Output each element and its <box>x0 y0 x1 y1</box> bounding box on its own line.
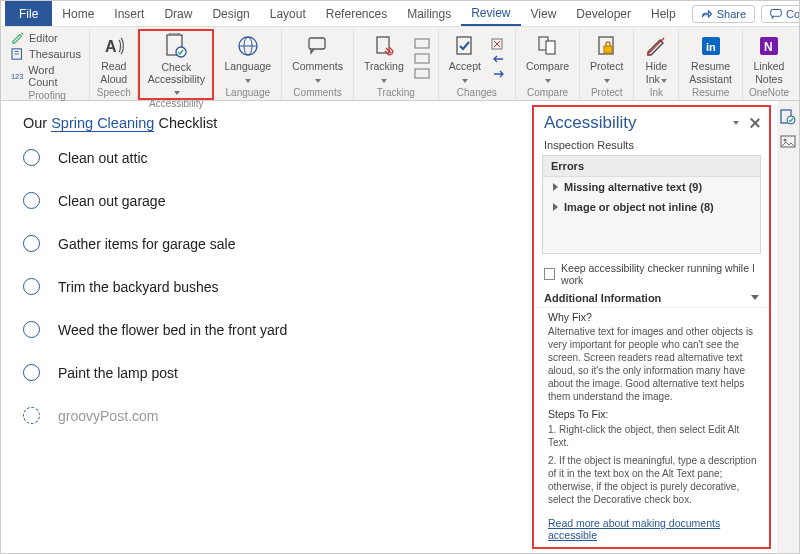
group-speech: A Read Aloud Speech <box>90 29 138 100</box>
onenote-icon: N <box>757 34 781 58</box>
checkbox-circle-icon[interactable] <box>23 278 40 295</box>
checkbox-circle-icon[interactable] <box>23 364 40 381</box>
group-comments: Comments Comments <box>282 29 354 100</box>
tab-references[interactable]: References <box>316 3 397 25</box>
tracking-icon <box>372 34 396 58</box>
chevron-down-icon <box>604 79 610 83</box>
read-more-link[interactable]: Read more about making documents accessi… <box>534 515 769 547</box>
accessibility-pane: Accessibility Inspection Results Errors … <box>532 105 771 549</box>
reject-icon[interactable] <box>491 38 509 50</box>
previous-change-icon[interactable] <box>491 53 509 65</box>
protect-button[interactable]: Protect <box>586 32 627 84</box>
checkbox-circle-icon[interactable] <box>23 149 40 166</box>
svg-rect-16 <box>457 37 471 54</box>
tab-review[interactable]: Review <box>461 2 520 26</box>
comments-ribbon-button[interactable]: Comments <box>288 32 347 84</box>
list-item: Trim the backyard bushes <box>23 278 520 295</box>
linkedin-icon: in <box>699 34 723 58</box>
share-icon <box>701 8 713 20</box>
editor-icon <box>11 32 25 44</box>
checkbox-circle-icon[interactable] <box>23 407 40 424</box>
svg-text:N: N <box>764 40 773 54</box>
comment-icon <box>770 8 782 20</box>
svg-rect-0 <box>771 9 782 16</box>
list-item: Paint the lamp post <box>23 364 520 381</box>
chevron-down-icon <box>545 79 551 83</box>
close-icon[interactable] <box>749 117 761 129</box>
editor-button[interactable]: Editor <box>11 31 58 45</box>
tab-design[interactable]: Design <box>202 3 259 25</box>
svg-text:A: A <box>105 38 117 55</box>
thesaurus-button[interactable]: Thesaurus <box>11 47 81 61</box>
group-proofing: Editor Thesaurus 123Word Count Proofing <box>5 29 90 100</box>
right-edge-bar <box>777 101 799 553</box>
tab-help[interactable]: Help <box>641 3 686 25</box>
svg-rect-13 <box>415 39 429 48</box>
wordcount-button[interactable]: 123Word Count <box>11 63 83 89</box>
group-language: Language Language <box>214 29 282 100</box>
tab-home[interactable]: Home <box>52 3 104 25</box>
tab-developer[interactable]: Developer <box>566 3 641 25</box>
checkbox-circle-icon[interactable] <box>23 321 40 338</box>
chevron-down-icon <box>462 79 468 83</box>
tab-layout[interactable]: Layout <box>260 3 316 25</box>
keep-running-checkbox[interactable] <box>544 268 555 280</box>
group-ink: Hide Ink Ink <box>634 29 679 100</box>
group-accessibility: Check Accessibility Accessibility <box>138 29 214 100</box>
errors-header: Errors <box>543 156 760 177</box>
accept-icon <box>453 34 477 58</box>
svg-rect-11 <box>309 38 325 49</box>
comments-icon <box>306 34 330 58</box>
tab-view[interactable]: View <box>521 3 567 25</box>
check-accessibility-button[interactable]: Check Accessibility <box>142 31 210 97</box>
wordcount-icon: 123 <box>11 70 24 82</box>
tab-mailings[interactable]: Mailings <box>397 3 461 25</box>
error-item[interactable]: Image or object not inline (8) <box>543 197 760 217</box>
svg-point-32 <box>784 139 787 142</box>
comments-button[interactable]: Comments <box>761 5 800 23</box>
chevron-right-icon <box>553 183 558 191</box>
display-review-icon[interactable] <box>414 38 432 50</box>
document-area[interactable]: Our Spring Cleaning Checklist Clean out … <box>1 101 530 553</box>
menu-bar: File Home Insert Draw Design Layout Refe… <box>1 1 799 27</box>
svg-rect-15 <box>415 69 429 78</box>
checkbox-circle-icon[interactable] <box>23 235 40 252</box>
checkbox-circle-icon[interactable] <box>23 192 40 209</box>
next-change-icon[interactable] <box>491 68 509 80</box>
tracking-button[interactable]: Tracking <box>360 32 408 84</box>
error-item[interactable]: Missing alternative text (9) <box>543 177 760 197</box>
svg-text:123: 123 <box>11 72 23 81</box>
show-markup-icon[interactable] <box>414 53 432 65</box>
doc-title-link[interactable]: Spring Cleaning <box>51 115 154 132</box>
chevron-down-icon <box>245 79 251 83</box>
resume-assistant-button[interactable]: in Resume Assistant <box>685 32 736 84</box>
group-protect: Protect Protect <box>580 29 634 100</box>
chevron-right-icon <box>553 203 558 211</box>
additional-info-header[interactable]: Additional Information <box>534 290 769 308</box>
accessibility-pane-icon[interactable] <box>780 109 796 125</box>
file-tab[interactable]: File <box>5 1 52 26</box>
svg-rect-12 <box>377 37 389 53</box>
group-tracking: Tracking Tracking <box>354 29 439 100</box>
share-button[interactable]: Share <box>692 5 755 23</box>
svg-rect-21 <box>546 41 555 54</box>
chevron-down-icon <box>661 79 667 83</box>
hide-ink-button[interactable]: Hide Ink <box>640 32 672 84</box>
compare-button[interactable]: Compare <box>522 32 573 84</box>
alt-text-pane-icon[interactable] <box>780 135 796 151</box>
language-button[interactable]: Language <box>220 32 275 84</box>
ribbon: Editor Thesaurus 123Word Count Proofing … <box>1 27 799 101</box>
reviewing-pane-icon[interactable] <box>414 68 432 80</box>
list-item: Gather items for garage sale <box>23 235 520 252</box>
tab-insert[interactable]: Insert <box>104 3 154 25</box>
accept-button[interactable]: Accept <box>445 32 485 84</box>
read-aloud-button[interactable]: A Read Aloud <box>96 32 131 84</box>
pane-menu-icon[interactable] <box>733 121 739 125</box>
language-icon <box>236 34 260 58</box>
linked-notes-button[interactable]: N Linked Notes <box>750 32 789 84</box>
doc-title: Our Spring Cleaning Checklist <box>23 115 520 131</box>
svg-rect-23 <box>604 46 612 53</box>
tab-draw[interactable]: Draw <box>154 3 202 25</box>
svg-text:in: in <box>706 41 716 53</box>
group-compare: Compare Compare <box>516 29 580 100</box>
